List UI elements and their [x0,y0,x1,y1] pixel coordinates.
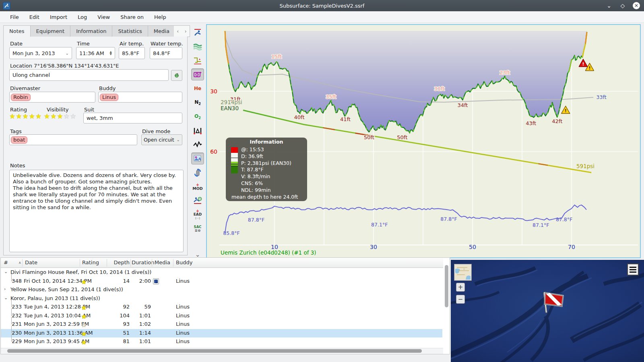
star-filled-icon[interactable]: ★ [81,279,87,285]
column-header-media[interactable]: Media [155,259,170,265]
profile-ruler-icon[interactable] [191,55,204,67]
divemaster-tag[interactable]: Robin [11,94,31,101]
close-button[interactable]: ✕ [633,2,640,9]
heart-rate-icon[interactable] [191,138,204,150]
star-filled-icon[interactable]: ★ [35,112,42,120]
location-input[interactable]: Ulong channel [9,69,169,81]
buddy-input[interactable]: Linus [98,92,182,103]
tab-information[interactable]: Information [70,25,112,37]
geo-lookup-button[interactable] [171,70,182,81]
star-filled-icon[interactable]: ★ [81,339,87,346]
menu-item-share-on[interactable]: Share on [115,12,149,22]
column-divider[interactable] [173,259,173,267]
vertical-scrollbar[interactable] [445,265,448,307]
column-header-buddy[interactable]: Buddy [176,259,192,265]
mod-icon[interactable]: +MOD [191,181,204,193]
rating-stars[interactable]: ★★★★★ [9,112,42,120]
column-header-depth[interactable]: Depth [109,259,130,265]
oxygen-graph-icon[interactable]: O2 [191,111,204,123]
suit-input[interactable]: wet, 3mm [83,113,182,123]
star-filled-icon[interactable]: ★ [44,112,50,120]
date-combobox[interactable]: Mon Jun 3, 2013⌄ [9,47,72,59]
dive-row[interactable]: 348Fri Oct 10, 2014 12:34 PM★★★★★142:00L… [1,277,442,286]
star-filled-icon[interactable]: ★ [50,112,57,120]
dive-site-map[interactable]: + − [451,260,644,362]
star-filled-icon[interactable]: ★ [57,112,64,120]
star-filled-icon[interactable]: ★ [16,112,22,120]
cylinder-switch-icon[interactable] [191,167,204,179]
star-filled-icon[interactable]: ★ [81,304,87,311]
trip-row[interactable]: ⌄Divi Flamingo House Reef, Fri Oct 10, 2… [1,268,442,277]
column-header-duration[interactable]: Duration [132,259,151,265]
deco-time-icon[interactable] [191,195,204,207]
spinner-arrows-icon[interactable]: ▲▼ [110,51,112,56]
dive-computer-icon[interactable] [191,27,204,39]
collapse-trip-icon[interactable]: ⌄ [4,295,8,300]
column-header-date[interactable]: Date [25,259,37,265]
column-header-num[interactable]: # [4,259,8,265]
star-filled-icon[interactable]: ★ [29,112,35,120]
helium-graph-icon[interactable]: He [191,82,204,95]
map-overview-thumbnail[interactable] [454,264,471,280]
tab-statistics[interactable]: Statistics [112,25,147,37]
menu-item-help[interactable]: Help [149,12,171,22]
buddy-tag[interactable]: Linus [100,94,118,101]
dive-profile-panel[interactable]: 31ft15ft40ft35ft41ft50ft50ft31ft34ft23ft… [206,24,641,258]
horizontal-scrollbar[interactable] [7,349,422,353]
star-filled-icon[interactable]: ★ [81,331,87,337]
tab-scroll-right-icon[interactable]: › [185,29,187,34]
star-empty-icon[interactable]: ★ [64,112,70,120]
menu-item-log[interactable]: Log [72,12,92,22]
column-divider[interactable] [130,259,131,267]
collapse-trip-icon[interactable]: ⌄ [4,269,8,274]
water-temp-field[interactable]: 84.8°F [150,47,182,59]
dive-mode-combobox[interactable]: Open circuit⌄ [141,134,182,145]
notes-textarea[interactable]: Unbelievable dive. Dozens and dozens of … [9,170,184,252]
dive-row[interactable]: 232Tue Jun 4, 2013 10:04 AM★★★★★1041:01L… [1,312,442,321]
nitrogen-graph-icon[interactable]: N2 [191,97,204,109]
menu-item-file[interactable]: File [5,12,24,22]
media-icon[interactable] [153,278,159,284]
star-empty-icon[interactable]: ★ [70,112,76,120]
column-divider[interactable] [22,259,23,267]
tab-equipment[interactable]: Equipment [30,25,70,37]
maximize-button[interactable]: ◇ [619,2,626,9]
time-shift-icon[interactable] [191,68,204,80]
ead-icon[interactable]: +EAD(···) [191,208,204,220]
minimize-button[interactable]: ⌄ [605,2,613,9]
expand-trip-icon[interactable]: › [4,286,6,292]
column-divider[interactable] [152,259,152,267]
dive-row[interactable]: 231Mon Jun 3, 2013 2:59 PM★★★★★931:02Lin… [1,320,442,329]
photos-icon[interactable] [191,152,204,165]
air-temp-field[interactable]: 85.8°F [119,47,145,59]
map-menu-button[interactable] [627,263,639,276]
menu-item-view[interactable]: View [92,12,115,22]
tab-scroll-arrows[interactable]: ‹ › [174,25,190,37]
time-spinbox[interactable]: 11:36 AM▲▼ [76,47,115,59]
column-divider[interactable] [107,259,107,267]
sort-indicator-icon[interactable]: ∧ [19,261,21,265]
map-zoom-out-button[interactable]: − [456,295,465,304]
waves-icon[interactable] [191,41,204,53]
measure-icon[interactable] [191,125,204,137]
dive-row[interactable]: 233Tue Jun 4, 2013 12:28 PM★★★★★9259Linu… [1,303,442,312]
tab-media[interactable]: Media [148,25,175,37]
column-divider[interactable] [80,259,80,267]
menu-item-edit[interactable]: Edit [24,12,45,22]
star-filled-icon[interactable]: ★ [81,313,87,320]
tags-input[interactable]: boat [9,134,137,145]
trip-row[interactable]: ⌄Koror, Palau, Jun 2013 (11 dive(s)) [1,294,442,303]
column-header-rating[interactable]: Rating [82,259,99,265]
map-zoom-in-button[interactable]: + [456,283,465,292]
star-filled-icon[interactable]: ★ [23,112,29,120]
visibility-stars[interactable]: ★★★★★ [44,112,76,120]
star-empty-icon[interactable]: ★ [81,322,87,328]
sac-rate-icon[interactable]: SAC≣⊕ [191,222,204,234]
dive-list-header[interactable]: #DateRatingDepthDurationMediaBuddy∧ [1,258,443,268]
menu-item-import[interactable]: Import [45,12,72,22]
tag-boat[interactable]: boat [11,136,27,144]
tab-scroll-left-icon[interactable]: ‹ [177,29,179,34]
dive-row-selected[interactable]: 230Mon Jun 3, 2013 11:36 AM★★★★★511:14Li… [1,329,442,338]
divemaster-input[interactable]: Robin [9,92,95,103]
tab-notes[interactable]: Notes [3,25,30,37]
